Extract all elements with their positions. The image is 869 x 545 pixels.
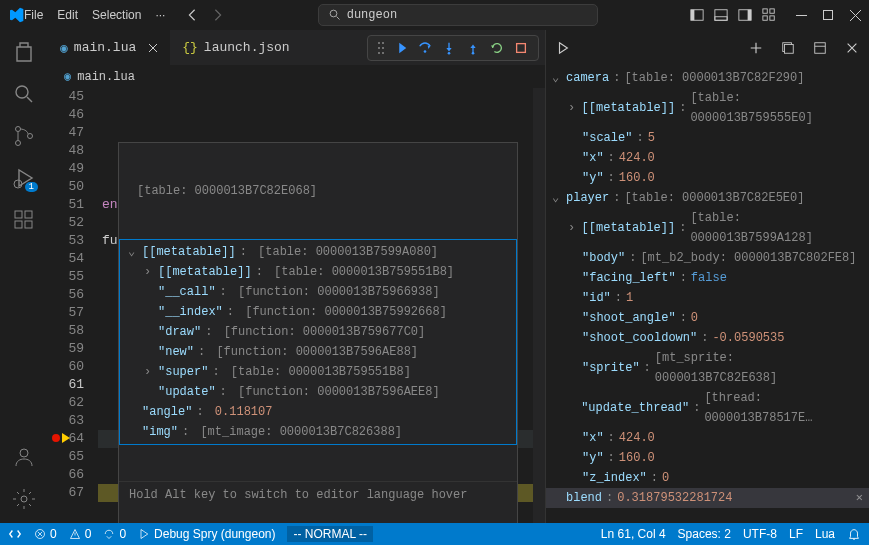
statusbar: 0 0 0 Debug Spry (dungeon) -- NORMAL -- … bbox=[0, 523, 869, 545]
menu-more-icon[interactable]: ··· bbox=[155, 8, 165, 22]
variable-row[interactable]: "body": [mt_b2_body: 0000013B7C802FE8] bbox=[546, 248, 869, 268]
problems-warnings[interactable]: 0 bbox=[69, 527, 92, 541]
svg-point-27 bbox=[378, 52, 380, 54]
remote-indicator[interactable] bbox=[8, 527, 22, 541]
tab-close-icon[interactable] bbox=[148, 43, 158, 53]
tab-main-lua[interactable]: ◉ main.lua bbox=[48, 30, 170, 65]
minimap[interactable] bbox=[533, 88, 545, 523]
debug-icon[interactable] bbox=[12, 166, 36, 190]
hover-row[interactable]: ›"super": [table: 0000013B759551B8] bbox=[120, 362, 516, 382]
menu-selection[interactable]: Selection bbox=[92, 8, 141, 22]
debug-target[interactable]: Debug Spry (dungeon) bbox=[138, 527, 275, 541]
explorer-icon[interactable] bbox=[12, 40, 36, 64]
hover-hint: Hold Alt key to switch to editor languag… bbox=[119, 481, 517, 508]
svg-point-26 bbox=[382, 47, 384, 49]
json-file-icon: {} bbox=[182, 40, 198, 55]
account-icon[interactable] bbox=[12, 445, 36, 469]
repl-icon[interactable] bbox=[813, 41, 827, 55]
variable-row[interactable]: "y": 160.0 bbox=[546, 168, 869, 188]
notifications-icon[interactable] bbox=[847, 527, 861, 541]
variable-row[interactable]: "x": 424.0 bbox=[546, 148, 869, 168]
close-icon[interactable] bbox=[850, 10, 861, 21]
svg-point-31 bbox=[472, 51, 475, 54]
panel-left-icon[interactable] bbox=[690, 8, 704, 22]
variables-tree[interactable]: ⌄camera: [table: 0000013B7C82F290]›[[met… bbox=[546, 65, 869, 523]
hover-row[interactable]: "__call": [function: 0000013B75966938] bbox=[120, 282, 516, 302]
menu-edit[interactable]: Edit bbox=[57, 8, 78, 22]
forward-icon[interactable] bbox=[211, 8, 225, 22]
variable-row[interactable]: "x": 424.0 bbox=[546, 428, 869, 448]
variable-row[interactable]: ›[[metatable]]: [table: 0000013B7599A128… bbox=[546, 208, 869, 248]
step-into-icon[interactable] bbox=[442, 41, 456, 55]
panel-right-icon[interactable] bbox=[738, 8, 752, 22]
svg-rect-8 bbox=[770, 9, 774, 13]
variable-row[interactable]: "sprite": [mt_sprite: 0000013B7C82E638] bbox=[546, 348, 869, 388]
vscode-logo-icon bbox=[8, 7, 24, 23]
maximize-icon[interactable] bbox=[823, 10, 834, 21]
hover-row[interactable]: ⌄[[metatable]]: [table: 0000013B7599A080… bbox=[120, 242, 516, 262]
svg-rect-35 bbox=[815, 42, 826, 53]
language-mode[interactable]: Lua bbox=[815, 527, 835, 541]
variable-row[interactable]: "scale": 5 bbox=[546, 128, 869, 148]
variable-row[interactable]: ›[[metatable]]: [table: 0000013B759555E0… bbox=[546, 88, 869, 128]
search-input[interactable]: dungeon bbox=[318, 4, 598, 26]
variable-row[interactable]: blend: 0.31879532281724✕ bbox=[546, 488, 869, 508]
window-controls bbox=[796, 10, 861, 21]
hover-row[interactable]: "angle": 0.118107 bbox=[120, 402, 516, 422]
encoding[interactable]: UTF-8 bbox=[743, 527, 777, 541]
breadcrumb[interactable]: ◉ main.lua bbox=[48, 65, 545, 88]
hover-row[interactable]: "img": [mt_image: 0000013B7C826388] bbox=[120, 422, 516, 442]
restart-icon[interactable] bbox=[490, 41, 504, 55]
step-over-icon[interactable] bbox=[418, 41, 432, 55]
svg-rect-2 bbox=[691, 10, 695, 21]
hover-row[interactable]: ›[[metatable]]: [table: 0000013B759551B8… bbox=[120, 262, 516, 282]
customize-layout-icon[interactable] bbox=[762, 8, 776, 22]
settings-icon[interactable] bbox=[12, 487, 36, 511]
main-menu: File Edit Selection ··· bbox=[24, 8, 165, 22]
hover-row[interactable]: "new": [function: 0000013B7596AE88] bbox=[120, 342, 516, 362]
add-icon[interactable] bbox=[749, 41, 763, 55]
variable-row[interactable]: "update_thread": [thread: 0000013B78517E… bbox=[546, 388, 869, 428]
code-content[interactable]: draw_fixtures = false spry.clear_color(4… bbox=[98, 88, 545, 523]
panel-bottom-icon[interactable] bbox=[714, 8, 728, 22]
tab-launch-json[interactable]: {} launch.json bbox=[170, 30, 301, 65]
git-icon[interactable] bbox=[12, 124, 36, 148]
hover-row[interactable]: "update": [function: 0000013B7596AEE8] bbox=[120, 382, 516, 402]
continue-small-icon[interactable] bbox=[556, 41, 570, 55]
svg-rect-4 bbox=[715, 17, 727, 21]
tab-label: launch.json bbox=[204, 40, 290, 55]
menu-file[interactable]: File bbox=[24, 8, 43, 22]
back-icon[interactable] bbox=[185, 8, 199, 22]
remove-watch-icon[interactable]: ✕ bbox=[856, 488, 863, 508]
minimize-icon[interactable] bbox=[796, 10, 807, 21]
ports[interactable]: 0 bbox=[103, 527, 126, 541]
indentation[interactable]: Spaces: 2 bbox=[678, 527, 731, 541]
variable-row[interactable]: "facing_left": false bbox=[546, 268, 869, 288]
variable-row[interactable]: ⌄camera: [table: 0000013B7C82F290] bbox=[546, 68, 869, 88]
search-sidebar-icon[interactable] bbox=[12, 82, 36, 106]
drag-handle-icon[interactable] bbox=[378, 41, 384, 55]
variable-row[interactable]: "z_index": 0 bbox=[546, 468, 869, 488]
stop-icon[interactable] bbox=[514, 41, 528, 55]
debug-panel: ⌄camera: [table: 0000013B7C82F290]›[[met… bbox=[545, 30, 869, 523]
variable-row[interactable]: ⌄player: [table: 0000013B7C82E5E0] bbox=[546, 188, 869, 208]
hover-body: ⌄[[metatable]]: [table: 0000013B7599A080… bbox=[119, 239, 517, 445]
eol[interactable]: LF bbox=[789, 527, 803, 541]
hover-row[interactable]: "__index": [function: 0000013B75992668] bbox=[120, 302, 516, 322]
cursor-position[interactable]: Ln 61, Col 4 bbox=[601, 527, 666, 541]
panel-close-icon[interactable] bbox=[845, 41, 859, 55]
code-editor[interactable]: 4546474849505152535455565758596061626364… bbox=[48, 88, 545, 523]
variable-row[interactable]: "shoot_angle": 0 bbox=[546, 308, 869, 328]
variable-row[interactable]: "y": 160.0 bbox=[546, 448, 869, 468]
problems-errors[interactable]: 0 bbox=[34, 527, 57, 541]
collapse-icon[interactable] bbox=[781, 41, 795, 55]
continue-icon[interactable] bbox=[394, 41, 408, 55]
layout-controls bbox=[690, 8, 776, 22]
editor-group: ◉ main.lua {} launch.json ◉ main.lua bbox=[48, 30, 545, 523]
hover-row[interactable]: "draw": [function: 0000013B759677C0] bbox=[120, 322, 516, 342]
lua-file-icon: ◉ bbox=[64, 69, 71, 84]
step-out-icon[interactable] bbox=[466, 41, 480, 55]
extensions-icon[interactable] bbox=[12, 208, 36, 232]
variable-row[interactable]: "shoot_cooldown": -0.0590535 bbox=[546, 328, 869, 348]
variable-row[interactable]: "id": 1 bbox=[546, 288, 869, 308]
